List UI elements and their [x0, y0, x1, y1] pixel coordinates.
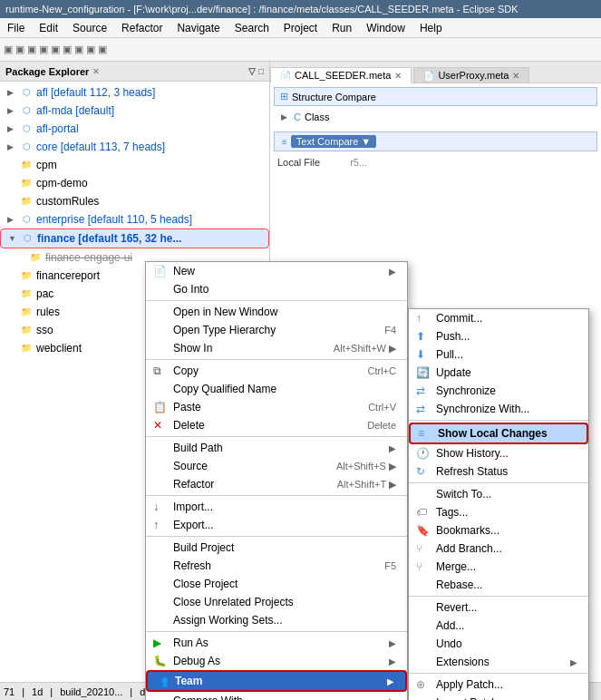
- team-extensions[interactable]: Extensions ▶: [409, 653, 588, 671]
- ctx-open-new-window[interactable]: Open in New Window: [146, 303, 407, 321]
- tree-item-label: cpm-demo: [36, 175, 88, 191]
- maximize-btn[interactable]: □: [258, 66, 264, 76]
- shortcut-label: F4: [384, 325, 396, 335]
- submenu-arrow-icon: ▶: [389, 267, 396, 277]
- tree-item-afl-portal[interactable]: ▶ ⬡ afl-portal: [0, 120, 269, 138]
- menu-file[interactable]: File: [4, 21, 28, 35]
- ctx-debug-as[interactable]: 🐛 Debug As ▶: [146, 652, 407, 670]
- tree-item-afl[interactable]: ▶ ⬡ afl [default 112, 3 heads]: [0, 83, 269, 102]
- ctx-copy[interactable]: ⧉ Copy Ctrl+C: [146, 362, 407, 380]
- tree-item-custom-rules[interactable]: ▶ 📁 customRules: [0, 192, 269, 210]
- ctx-new[interactable]: 📄 New ▶: [146, 262, 407, 280]
- submenu-arrow-icon: ▶: [389, 443, 396, 453]
- team-pull[interactable]: ⬇ Pull...: [409, 345, 588, 364]
- ctx-delete[interactable]: ✕ Delete Delete: [146, 416, 407, 434]
- ctx-open-type-hierarchy[interactable]: Open Type Hierarchy F4: [146, 321, 407, 339]
- menu-search[interactable]: Search: [231, 21, 273, 35]
- shortcut-label: Alt+Shift+T ▶: [337, 479, 396, 491]
- ctx-run-as[interactable]: ▶ Run As ▶: [146, 634, 407, 652]
- status-col3: build_20210...: [60, 686, 122, 697]
- tree-item-afl-mda[interactable]: ▶ ⬡ afl-mda [default]: [0, 102, 269, 120]
- menu-help[interactable]: Help: [416, 21, 446, 35]
- folder-icon: 📁: [28, 250, 43, 265]
- team-show-history[interactable]: 🕐 Show History...: [409, 444, 588, 462]
- menu-window[interactable]: Window: [363, 21, 409, 35]
- menu-refactor[interactable]: Refactor: [118, 21, 166, 35]
- team-show-local-changes[interactable]: ≡ Show Local Changes: [409, 423, 588, 444]
- team-synchronize-with[interactable]: ⇄ Synchronize With...: [409, 400, 588, 418]
- team-synchronize[interactable]: ⇄ Synchronize: [409, 382, 588, 400]
- ctx-separator: [146, 495, 407, 496]
- ctx-separator: [146, 436, 407, 437]
- menu-project[interactable]: Project: [280, 21, 321, 35]
- ctx-close-unrelated[interactable]: Close Unrelated Projects: [146, 593, 407, 611]
- ctx-export[interactable]: ↑ Export...: [146, 516, 407, 534]
- ctx-separator: [409, 482, 588, 483]
- team-push[interactable]: ⬆ Push...: [409, 327, 588, 345]
- menu-edit[interactable]: Edit: [35, 21, 62, 35]
- team-update[interactable]: 🔄 Update: [409, 364, 588, 382]
- ctx-label: Commit...: [436, 312, 482, 325]
- team-merge[interactable]: ⑂ Merge...: [409, 558, 588, 576]
- ctx-copy-qualified[interactable]: Copy Qualified Name: [146, 380, 407, 398]
- tree-item-cpm[interactable]: ▶ 📁 cpm: [0, 156, 269, 174]
- ctx-show-in[interactable]: Show In Alt+Shift+W ▶: [146, 339, 407, 357]
- tree-item-label: afl-mda [default]: [36, 102, 114, 119]
- ctx-assign-working-sets[interactable]: Assign Working Sets...: [146, 611, 407, 629]
- history-icon: 🕐: [416, 447, 430, 460]
- ctx-label: Synchronize With...: [436, 403, 529, 415]
- minimize-btn[interactable]: ▽: [248, 66, 256, 76]
- team-switch-to[interactable]: Switch To...: [409, 485, 588, 503]
- team-refresh-status[interactable]: ↻ Refresh Status: [409, 462, 588, 481]
- tree-item-cpm-demo[interactable]: ▶ 📁 cpm-demo: [0, 174, 269, 192]
- tree-item-finance[interactable]: ▼ ⬡ finance [default 165, 32 he...: [0, 228, 269, 248]
- panel-header-x[interactable]: ✕: [92, 67, 100, 76]
- tab-call-seeder[interactable]: 📄 CALL_SEEDER.meta ✕: [270, 67, 412, 83]
- team-tags[interactable]: 🏷 Tags...: [409, 503, 588, 521]
- ctx-refresh[interactable]: Refresh F5: [146, 557, 407, 575]
- team-bookmarks[interactable]: 🔖 Bookmarks...: [409, 521, 588, 540]
- pull-icon: ⬇: [416, 348, 425, 361]
- tree-item-enterprise[interactable]: ▶ ⬡ enterprise [default 110, 5 heads]: [0, 210, 269, 228]
- ctx-build-project[interactable]: Build Project: [146, 539, 407, 557]
- ctx-source[interactable]: Source Alt+Shift+S ▶: [146, 457, 407, 475]
- team-rebase[interactable]: Rebase...: [409, 576, 588, 594]
- ctx-team[interactable]: 👥 Team ▶: [146, 670, 407, 692]
- submenu-arrow-icon: ▶: [570, 657, 577, 667]
- ctx-label: Pull...: [436, 348, 463, 361]
- tree-item-core[interactable]: ▶ ⬡ core [default 113, 7 heads]: [0, 138, 269, 156]
- menu-navigate[interactable]: Navigate: [173, 21, 223, 35]
- ctx-import[interactable]: ↓ Import...: [146, 498, 407, 516]
- refresh-icon: ↻: [416, 465, 425, 478]
- tab-close-btn[interactable]: ✕: [512, 71, 519, 81]
- team-import-patch[interactable]: ↓ Import Patch...: [409, 694, 588, 700]
- menu-source[interactable]: Source: [69, 21, 111, 35]
- team-add[interactable]: Add...: [409, 617, 588, 635]
- folder-icon: 📁: [19, 176, 34, 190]
- tab-user-proxy[interactable]: 📄 UserProxy.meta ✕: [413, 67, 529, 83]
- export-icon: ↑: [153, 519, 159, 531]
- ctx-separator: [409, 596, 588, 597]
- team-undo[interactable]: Undo: [409, 635, 588, 653]
- arrow-icon: ▶: [7, 139, 16, 155]
- ctx-label: Show History...: [436, 447, 509, 460]
- team-apply-patch[interactable]: ⊕ Apply Patch...: [409, 676, 588, 694]
- menu-run[interactable]: Run: [328, 21, 355, 35]
- tab-label: UserProxy.meta: [438, 70, 509, 81]
- team-commit[interactable]: ↑ Commit...: [409, 309, 588, 327]
- text-compare-dropdown[interactable]: Text Compare ▼: [291, 135, 376, 148]
- tab-close-btn[interactable]: ✕: [394, 71, 402, 81]
- team-add-branch[interactable]: ⑂ Add Branch...: [409, 540, 588, 558]
- folder-icon: 📁: [19, 268, 34, 283]
- ctx-go-into[interactable]: Go Into: [146, 280, 407, 298]
- ctx-close-project[interactable]: Close Project: [146, 575, 407, 593]
- ctx-refactor[interactable]: Refactor Alt+Shift+T ▶: [146, 475, 407, 493]
- ctx-compare-with[interactable]: Compare With ▶: [146, 692, 407, 700]
- ctx-label: Close Project: [173, 578, 237, 590]
- project-icon: ⬡: [19, 103, 34, 118]
- ctx-paste[interactable]: 📋 Paste Ctrl+V: [146, 398, 407, 416]
- project-icon: ⬡: [20, 231, 34, 246]
- team-revert[interactable]: Revert...: [409, 598, 588, 617]
- ctx-build-path[interactable]: Build Path ▶: [146, 439, 407, 457]
- arrow-icon: ▶: [7, 211, 16, 228]
